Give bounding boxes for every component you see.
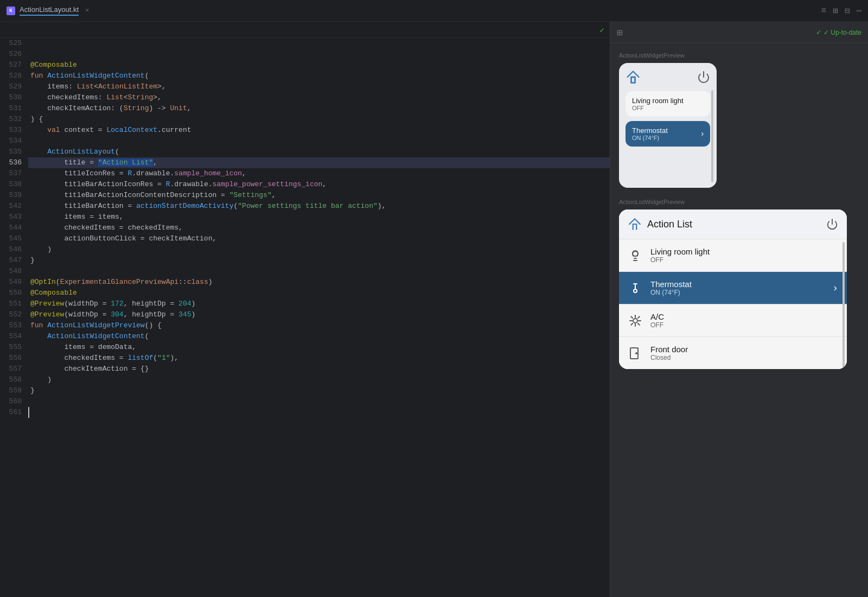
split-vertical-icon[interactable]: ⊟ [845, 5, 850, 16]
code-line-547: } [28, 255, 610, 266]
widget-large-item-info-2: Thermostat ON (74°F) [650, 280, 825, 296]
widget-item-name-1: Living room light [632, 97, 704, 105]
line-number-561: 561 [0, 407, 22, 418]
code-line-550: @Composable [28, 288, 610, 298]
line-number-539: 539 ▶ [0, 190, 22, 201]
code-content[interactable]: @Composable fun ActionListWidgetContent(… [28, 38, 610, 597]
widget-scrollbar[interactable] [711, 90, 713, 182]
large-item-name-1: Living room light [650, 247, 838, 256]
code-line-552: @Preview(widthDp = 304, heightDp = 345) [28, 309, 610, 320]
widget-large-item-front-door: Front door Closed [619, 336, 847, 369]
widget-large-item-ac: A/C OFF [619, 304, 847, 336]
svg-line-8 [631, 316, 633, 318]
split-horizontal-icon[interactable]: ⊞ [833, 5, 838, 16]
line-number-534: 534 [0, 136, 22, 147]
line-number-556: 556 [0, 353, 22, 364]
line-number-532: 532 [0, 114, 22, 125]
line-number-552: 552 [0, 309, 22, 320]
code-editor-panel: ✓ 525 526 527 528 529 530 531 532 533 53… [0, 22, 610, 597]
widget-chevron-icon: › [700, 130, 705, 138]
preview-status: ✓ ✓ Up-to-date [816, 29, 861, 36]
line-number-543: 543 [0, 212, 22, 223]
line-number-550: 550 [0, 288, 22, 298]
code-line-544: checkedItems = checkedItems, [28, 223, 610, 233]
large-item-status-1: OFF [650, 256, 838, 264]
large-chevron-icon: › [832, 283, 838, 294]
line-number-547: 547 [0, 255, 22, 266]
line-number-536: 536 [0, 157, 22, 168]
widget-large-item-info-4: Front door Closed [650, 345, 838, 361]
line-number-525: 525 [0, 38, 22, 49]
code-line-542: titleBarAction = actionStartDemoActivity… [28, 201, 610, 212]
menu-icon[interactable]: ≡ [821, 6, 826, 16]
line-number-535: 535 [0, 147, 22, 157]
code-line-549: @OptIn(ExperimentalGlancePreviewApi::cla… [28, 277, 610, 288]
line-number-555: 555 [0, 342, 22, 353]
line-number-533: 533 [0, 125, 22, 136]
code-line-530: checkedItems: List<String>, [28, 92, 610, 103]
widget-small: Living room light OFF Thermostat ON (74°… [619, 63, 717, 188]
thermostat-icon [628, 281, 643, 296]
code-line-548 [28, 266, 610, 277]
code-line-531: checkItemAction: (String) -> Unit, [28, 103, 610, 114]
svg-point-4 [634, 289, 637, 293]
lightbulb-icon [628, 248, 643, 263]
code-line-555: items = demoData, [28, 342, 610, 353]
home-icon [626, 69, 641, 85]
checkmark-status-icon: ✓ [816, 29, 821, 36]
code-top-bar: ✓ [0, 22, 610, 38]
preview-section-1: ActionListWidgetPreview [619, 52, 859, 188]
line-number-554: 554 [0, 331, 22, 342]
door-icon [628, 346, 643, 361]
code-line-532: ) { [28, 114, 610, 125]
line-number-529: 529 [0, 81, 22, 92]
widget-large-item-thermostat: Thermostat ON (74°F) › [619, 271, 847, 304]
code-line-533: val context = LocalContext.current [28, 125, 610, 136]
line-number-530: 530 [0, 92, 22, 103]
widget-item-thermostat: Thermostat ON (74°F) › [626, 121, 710, 147]
more-options-icon[interactable]: ⋯ [856, 5, 861, 16]
line-numbers: 525 526 527 528 529 530 531 532 533 534 … [0, 38, 28, 597]
code-line-527: @Composable [28, 60, 610, 71]
preview-layout-icon[interactable]: ⊞ [617, 27, 623, 39]
line-number-542: 542 [0, 201, 22, 212]
line-number-557: 557 [0, 364, 22, 374]
checkmark-icon: ✓ [600, 25, 604, 34]
widget-large: Action List [619, 209, 847, 369]
code-line-537: titleIconRes = R.drawable.sample_home_ic… [28, 168, 610, 179]
tab-close-button[interactable]: × [85, 7, 89, 15]
main-layout: ✓ 525 526 527 528 529 530 531 532 533 53… [0, 22, 868, 597]
code-line-551: @Preview(widthDp = 172, heightDp = 204) [28, 298, 610, 309]
line-number-546: 546 [0, 244, 22, 255]
code-line-525 [28, 38, 610, 49]
widget-small-header [626, 69, 710, 85]
code-line-546: ) [28, 244, 610, 255]
code-line-535: ActionListLayout( [28, 147, 610, 157]
widget-large-title: Action List [647, 219, 821, 230]
title-bar: K ActionListLayout.kt × ≡ ⊞ ⊟ ⋯ [0, 0, 868, 22]
section2-label: ActionListWidgetPreview [619, 199, 859, 205]
preview-toolbar: ⊞ ✓ ✓ Up-to-date [610, 22, 868, 43]
line-number-560: 560 [0, 396, 22, 407]
title-bar-actions: ≡ ⊞ ⊟ ⋯ [821, 5, 861, 16]
svg-point-15 [636, 353, 637, 354]
code-line-559: } [28, 385, 610, 396]
code-line-561 [28, 407, 610, 418]
line-number-548: 548 [0, 266, 22, 277]
preview-content[interactable]: ActionListWidgetPreview [610, 43, 868, 597]
preview-section-2: ActionListWidgetPreview Action List [619, 199, 859, 369]
svg-rect-0 [631, 77, 635, 83]
preview-panel: ⊞ ✓ ✓ Up-to-date ActionListWidgetPreview [610, 22, 868, 597]
code-area[interactable]: 525 526 527 528 529 530 531 532 533 534 … [0, 38, 610, 597]
widget-large-item-info-1: Living room light OFF [650, 247, 838, 264]
code-line-554: ActionListWidgetContent( [28, 331, 610, 342]
line-number-538: 538 ! [0, 179, 22, 190]
line-number-526: 526 [0, 49, 22, 60]
large-item-status-2: ON (74°F) [650, 289, 825, 296]
tab[interactable]: K ActionListLayout.kt × [7, 5, 89, 16]
code-line-539: titleBarActionIconContentDescription = "… [28, 190, 610, 201]
code-line-534 [28, 136, 610, 147]
widget-large-scrollbar[interactable] [843, 242, 845, 369]
widget-large-header: Action List [619, 209, 847, 239]
section1-label: ActionListWidgetPreview [619, 52, 859, 59]
